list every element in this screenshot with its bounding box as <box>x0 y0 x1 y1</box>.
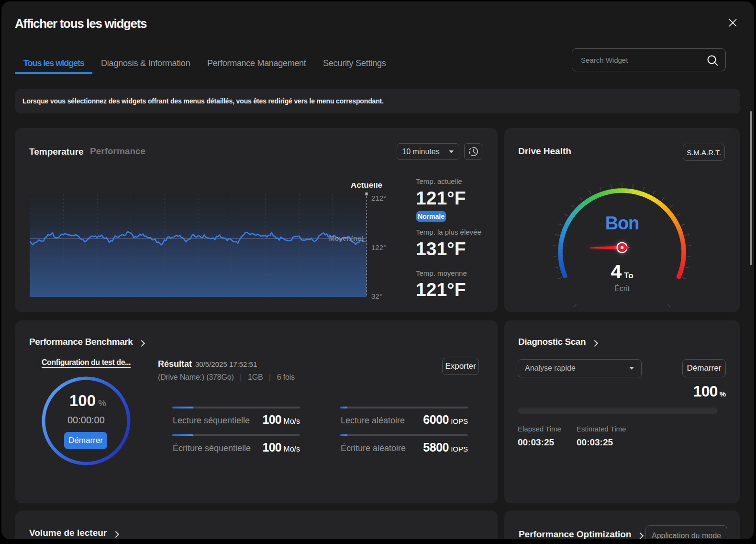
svg-text:Moyen(ne): Moyen(ne) <box>329 235 364 242</box>
svg-text:212°: 212° <box>371 194 386 202</box>
svg-text:32°: 32° <box>371 292 382 300</box>
svg-text:Actuelle: Actuelle <box>351 183 382 190</box>
svg-text:122°: 122° <box>371 243 386 251</box>
